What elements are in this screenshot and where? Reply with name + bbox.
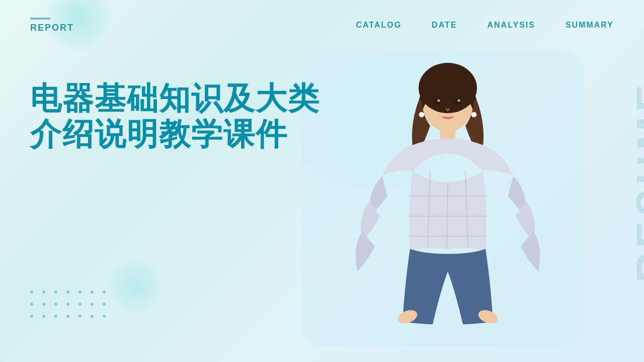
nav-analysis[interactable]: ANALYSIS (487, 21, 535, 30)
dot (66, 303, 69, 306)
nav-catalog[interactable]: CATALOG (356, 21, 401, 30)
svg-point-13 (419, 112, 424, 117)
nav-date[interactable]: DATE (432, 21, 457, 30)
dot (30, 303, 33, 306)
dot (103, 315, 106, 318)
svg-point-1 (419, 63, 477, 113)
svg-point-14 (471, 112, 476, 117)
dot (66, 291, 69, 294)
person-image (317, 40, 579, 352)
dot (42, 303, 45, 306)
nav-summary[interactable]: SUMMARY (566, 21, 614, 30)
dot (30, 315, 33, 318)
dot (91, 303, 94, 306)
dot (78, 315, 82, 318)
report-label: REPORT (30, 23, 74, 33)
resume-watermark: RESUME (628, 80, 644, 282)
dot (30, 291, 33, 294)
svg-point-9 (434, 99, 442, 105)
title-line1: 电器基础知识及大类 (30, 80, 320, 116)
dot (103, 303, 106, 306)
dot (78, 291, 82, 294)
dot (91, 315, 94, 318)
header-accent-line (30, 18, 50, 20)
main-nav: CATALOG DATE ANALYSIS SUMMARY (356, 21, 614, 30)
svg-point-10 (454, 99, 462, 105)
main-title-area: 电器基础知识及大类 介绍说明教学课件 (30, 80, 320, 152)
dot (103, 291, 106, 294)
resume-text: RESUME (628, 80, 644, 282)
dot (54, 303, 57, 306)
dot-grid-decoration (30, 291, 110, 322)
dot (91, 291, 94, 294)
dot (54, 291, 57, 294)
dot (66, 315, 69, 318)
dot (78, 303, 82, 306)
dot (54, 315, 57, 318)
bg-circle-mid (111, 261, 161, 312)
svg-point-12 (457, 100, 460, 102)
dot (42, 291, 45, 294)
header-logo: REPORT (30, 18, 74, 33)
title-line2: 介绍说明教学课件 (30, 116, 320, 152)
svg-point-11 (437, 100, 440, 102)
dot (42, 315, 45, 318)
